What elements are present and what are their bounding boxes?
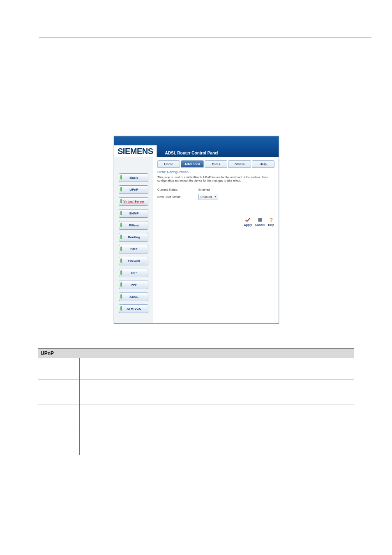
table-cell xyxy=(80,430,354,455)
sidebar-item-basic[interactable]: Basic xyxy=(119,173,148,182)
tab-home[interactable]: Home xyxy=(157,160,180,168)
next-boot-label: Next Boot Status: xyxy=(157,195,198,199)
section-description: This page is used to enable/disable UPnP… xyxy=(157,176,274,183)
current-status-value: Enabled xyxy=(198,188,210,191)
tab-tools[interactable]: Tools xyxy=(205,160,227,168)
table-row xyxy=(38,405,354,430)
table-cell xyxy=(38,380,80,405)
table-header: UPnP xyxy=(38,349,354,358)
next-boot-row: Next Boot Status: Enabled xyxy=(157,194,274,200)
sidebar-item-routing[interactable]: Routing xyxy=(119,233,148,242)
next-boot-dropdown[interactable]: Enabled xyxy=(198,194,217,200)
help-label: Help xyxy=(268,223,274,226)
router-header: SIEMENS ADSL Router Control Panel xyxy=(114,136,279,157)
tabbar: Home Advanced Tools Status Help xyxy=(157,160,274,168)
apply-button[interactable]: Apply xyxy=(244,216,252,226)
page-header-rule xyxy=(39,37,371,37)
sidebar-item-filters[interactable]: Filters xyxy=(119,221,148,230)
router-screenshot: SIEMENS ADSL Router Control Panel Basic … xyxy=(114,136,278,324)
sidebar-item-upnp[interactable]: UPnP xyxy=(119,185,148,194)
cancel-icon xyxy=(257,216,263,223)
svg-text:?: ? xyxy=(270,216,273,223)
table-row xyxy=(38,380,354,405)
table-cell xyxy=(80,405,354,430)
svg-rect-0 xyxy=(258,218,262,221)
current-status-label: Current Status: xyxy=(157,188,198,191)
table-cell xyxy=(80,380,354,405)
sidebar-item-ppp[interactable]: PPP xyxy=(119,281,148,289)
table-cell xyxy=(38,430,80,455)
table-row xyxy=(38,358,354,380)
table-cell xyxy=(38,358,80,380)
sidebar-item-firewall[interactable]: Firewall xyxy=(119,257,148,265)
tab-status[interactable]: Status xyxy=(228,160,251,168)
table-cell xyxy=(38,405,80,430)
sidebar-item-atm-vcc[interactable]: ATM VCC xyxy=(119,304,148,313)
help-button[interactable]: ? Help xyxy=(268,216,274,226)
router-body: Basic UPnP Virtual Server SNMP Filters R… xyxy=(114,157,279,323)
sidebar: Basic UPnP Virtual Server SNMP Filters R… xyxy=(114,157,153,323)
content-pane: Home Advanced Tools Status Help UPnP Con… xyxy=(153,157,279,323)
tab-help[interactable]: Help xyxy=(252,160,274,168)
router-window: SIEMENS ADSL Router Control Panel Basic … xyxy=(114,136,279,324)
tab-advanced[interactable]: Advanced xyxy=(181,160,203,168)
sidebar-item-dmz[interactable]: DMZ xyxy=(119,245,148,253)
siemens-logo: SIEMENS xyxy=(114,145,157,157)
sidebar-item-rip[interactable]: RIP xyxy=(119,269,148,277)
sidebar-item-snmp[interactable]: SNMP xyxy=(119,209,148,218)
section-title: UPnP Configuration xyxy=(157,170,274,174)
action-row: Apply Cancel ? Help xyxy=(157,216,274,226)
table-cell xyxy=(80,358,354,380)
apply-label: Apply xyxy=(244,223,252,226)
sidebar-item-virtual-server[interactable]: Virtual Server xyxy=(119,197,148,206)
table-row xyxy=(38,430,354,455)
check-icon xyxy=(244,216,251,223)
sidebar-item-adsl[interactable]: ADSL xyxy=(119,292,148,301)
router-title: ADSL Router Control Panel xyxy=(165,151,219,155)
cancel-button[interactable]: Cancel xyxy=(255,216,265,226)
cancel-label: Cancel xyxy=(255,223,265,226)
current-status-row: Current Status: Enabled xyxy=(157,188,274,191)
upnp-table: UPnP xyxy=(38,348,354,455)
help-icon: ? xyxy=(268,216,274,223)
